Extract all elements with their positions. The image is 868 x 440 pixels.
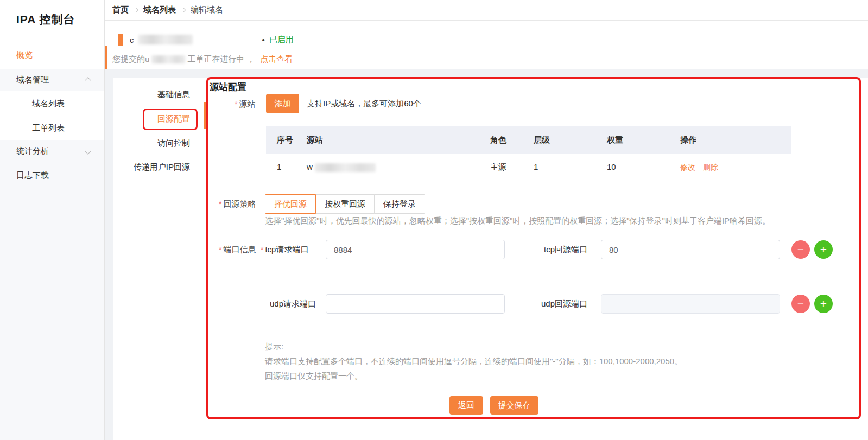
tab-origin-config[interactable]: 回源配置 (113, 114, 190, 124)
sidebar-item-overview[interactable]: 概览 (0, 43, 104, 67)
origin-label: *源站 (235, 99, 255, 110)
strategy-label: *回源策略 (219, 199, 256, 209)
cell-origin-prefix: w (307, 162, 313, 171)
add-origin-hint: 支持IP或域名，最多可添加60个 (307, 99, 421, 109)
required-asterisk: * (235, 100, 237, 109)
notice-blur (151, 55, 185, 63)
notice-text-prefix: 您提交的u (112, 54, 149, 65)
tab-pass-user-ip-label: 传递用户IP回源 (134, 162, 190, 171)
view-ticket-link[interactable]: 点击查看 (261, 54, 293, 65)
col-index: 序号 (277, 126, 293, 154)
udp-origin-port-label: udp回源端口 (541, 299, 587, 309)
add-origin-button[interactable]: 添加 (266, 94, 299, 113)
origin-table-header: 序号 源站 角色 层级 权重 操作 (266, 126, 791, 154)
tab-access-control-label: 访问控制 (157, 138, 190, 148)
tab-basic-info[interactable]: 基础信息 (113, 90, 190, 100)
domain-name-blur (138, 35, 193, 44)
required-asterisk: * (219, 200, 221, 208)
delete-origin-link[interactable]: 删除 (703, 163, 718, 171)
edit-origin-link[interactable]: 修改 (680, 163, 695, 171)
tab-basic-info-label: 基础信息 (157, 90, 190, 99)
cell-actions: 修改删除 (680, 154, 726, 181)
sidebar-item-statistics[interactable]: 统计分析 (0, 139, 104, 163)
tcp-request-port-label: *tcp请求端口 (261, 245, 308, 255)
breadcrumb-bar: 首页 域名列表 编辑域名 (105, 0, 868, 21)
table-row: 1 w 主源 1 10 修改删除 (266, 154, 839, 181)
notice-accent-bar (105, 46, 107, 69)
back-button[interactable]: 返回 (449, 396, 483, 415)
udp-request-port-input[interactable] (326, 294, 505, 314)
cell-weight: 10 (607, 154, 616, 181)
cell-origin-blur (315, 163, 376, 172)
add-port-row-button[interactable]: + (814, 240, 833, 259)
sidebar-item-domain-management[interactable]: 域名管理 (0, 68, 104, 92)
remove-port-row-button[interactable]: − (791, 240, 810, 259)
col-tier: 层级 (534, 126, 550, 154)
tab-active-indicator (204, 102, 206, 129)
tips-line-2: 回源端口仅支持配置一个。 (265, 368, 682, 383)
sidebar: IPA 控制台 概览 域名管理 域名列表 工单列表 统计分析 日志下载 (0, 0, 105, 440)
cell-origin: w (307, 154, 376, 181)
strategy-segmented-control: 择优回源 按权重回源 保持登录 (265, 194, 425, 214)
col-weight: 权重 (607, 126, 623, 154)
tab-pass-user-ip[interactable]: 传递用户IP回源 (113, 162, 190, 173)
tcp-origin-port-input[interactable] (601, 240, 780, 259)
breadcrumb-current: 编辑域名 (191, 5, 223, 15)
tcp-origin-port-label: tcp回源端口 (544, 245, 587, 255)
content-card: 基础信息 回源配置 访问控制 传递用户IP回源 源站配置 *源站 添加 支持IP… (113, 78, 868, 440)
tab-divider (205, 83, 205, 181)
app-title: IPA 控制台 (16, 12, 75, 27)
sidebar-item-log-download-label: 日志下载 (16, 170, 49, 180)
col-role: 角色 (490, 126, 506, 154)
tab-access-control[interactable]: 访问控制 (113, 138, 190, 149)
breadcrumb: 首页 域名列表 编辑域名 (105, 0, 868, 20)
status-dot: • (262, 35, 265, 44)
sidebar-header: IPA 控制台 概览 (0, 0, 104, 69)
tcp-request-port-input[interactable] (326, 240, 505, 259)
domain-name-masked: c (130, 35, 134, 44)
tips-line-1: 请求端口支持配置多个端口，不连续的端口间使用逗号分隔，连续的端口间使用"-"分隔… (265, 354, 682, 368)
required-asterisk: * (219, 245, 221, 254)
required-asterisk: * (261, 245, 263, 254)
breadcrumb-domain-list[interactable]: 域名列表 (143, 5, 176, 15)
tab-origin-config-label: 回源配置 (157, 114, 190, 123)
sidebar-submenu: 域名列表 工单列表 (0, 91, 104, 140)
notice-text-mid: 工单正在进行中 ， (187, 54, 255, 65)
col-origin: 源站 (307, 126, 323, 154)
ticket-notice: 您提交的u 工单正在进行中 ， 点击查看 (112, 54, 293, 65)
cell-index: 1 (277, 154, 281, 181)
domain-title-line: c • 已启用 (130, 34, 294, 45)
sidebar-item-ticket-list-label: 工单列表 (32, 123, 65, 132)
status-badge: 已启用 (269, 35, 294, 45)
strategy-option-sticky[interactable]: 保持登录 (374, 194, 425, 214)
domain-header-card: c • 已启用 您提交的u 工单正在进行中 ， 点击查看 (105, 21, 868, 69)
submit-save-button[interactable]: 提交保存 (490, 396, 538, 415)
breadcrumb-separator-icon (181, 8, 186, 13)
chevron-up-icon (85, 77, 91, 83)
sidebar-item-domain-list[interactable]: 域名列表 (0, 91, 104, 116)
sidebar-item-overview-label: 概览 (16, 50, 33, 59)
breadcrumb-separator-icon (134, 8, 139, 13)
strategy-option-weighted[interactable]: 按权重回源 (315, 194, 375, 214)
sidebar-item-ticket-list[interactable]: 工单列表 (0, 116, 104, 140)
strategy-option-optimal[interactable]: 择优回源 (265, 194, 316, 214)
add-port-row-button[interactable]: + (814, 295, 833, 313)
domain-accent-bar (118, 34, 123, 46)
sidebar-item-domain-list-label: 域名列表 (32, 99, 65, 108)
tips-title: 提示: (265, 339, 682, 354)
strategy-description: 选择"择优回源"时，优先回最快的源站，忽略权重；选择"按权重回源"时，按照配置的… (265, 216, 770, 226)
remove-port-row-button[interactable]: − (791, 295, 810, 313)
breadcrumb-home[interactable]: 首页 (112, 5, 129, 15)
udp-origin-port-input[interactable] (601, 294, 780, 314)
col-actions: 操作 (680, 126, 696, 154)
udp-request-port-label: udp请求端口 (270, 299, 316, 309)
chevron-down-icon (85, 148, 91, 154)
port-info-label: *端口信息 (219, 245, 256, 255)
cell-tier: 1 (534, 154, 538, 181)
sidebar-item-statistics-label: 统计分析 (16, 146, 49, 155)
port-tips: 提示: 请求端口支持配置多个端口，不连续的端口间使用逗号分隔，连续的端口间使用"… (265, 339, 682, 383)
sidebar-item-domain-management-label: 域名管理 (16, 75, 49, 84)
section-title: 源站配置 (210, 81, 246, 93)
cell-role: 主源 (490, 154, 506, 181)
sidebar-item-log-download[interactable]: 日志下载 (0, 163, 104, 187)
